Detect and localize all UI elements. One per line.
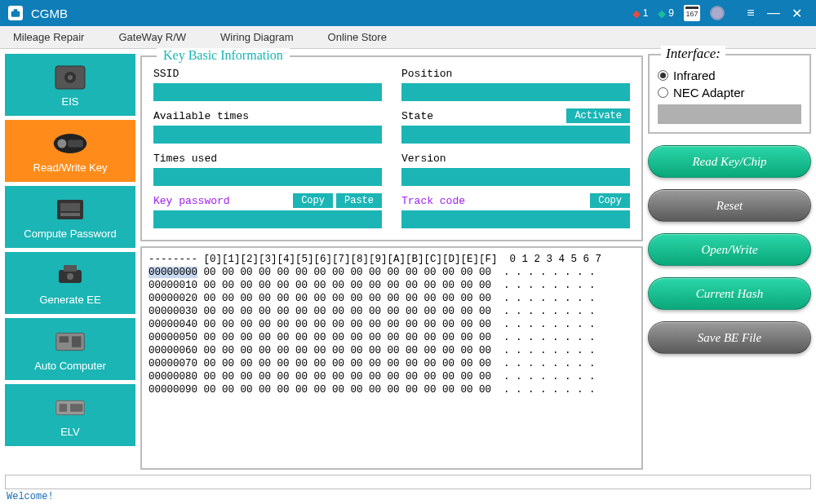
interface-title: Interface:: [661, 46, 725, 62]
sidebar-item-generate-ee[interactable]: Generate EE: [5, 252, 135, 314]
sidebar-item-read-write-key[interactable]: Read/Write Key: [5, 120, 135, 182]
key-password-label: Key password: [153, 195, 230, 207]
radio-icon: [658, 70, 668, 81]
titlebar: CGMB ◆1 ◆9 167 ≡ — ✕: [0, 0, 816, 26]
version-input[interactable]: [401, 168, 630, 186]
key-password-input[interactable]: [153, 210, 382, 228]
sidebar-item-elv[interactable]: ELV: [5, 384, 135, 446]
sidebar-item-label: Read/Write Key: [33, 161, 108, 174]
sidebar-item-auto-computer[interactable]: Auto Computer: [5, 318, 135, 380]
available-times-input[interactable]: [153, 126, 382, 144]
sidebar-item-label: Auto Computer: [34, 360, 105, 372]
medal-icon: [710, 6, 725, 20]
key-basic-info-panel: Key Basic Information SSID Position Avai…: [140, 55, 643, 241]
sidebar-item-compute-password[interactable]: Compute Password: [5, 186, 135, 248]
read-key-chip-button[interactable]: Read Key/Chip: [648, 145, 811, 178]
svg-rect-12: [64, 265, 77, 272]
green-count: 9: [668, 7, 674, 19]
app-title: CGMB: [31, 7, 68, 20]
ssid-label: SSID: [153, 68, 179, 80]
state-input[interactable]: [401, 126, 630, 144]
sidebar-item-label: EIS: [62, 95, 79, 108]
footer-message: Welcome!: [0, 489, 816, 504]
svg-point-13: [67, 273, 73, 280]
state-label: State: [401, 110, 433, 122]
menu-wiring-diagram[interactable]: Wiring Diagram: [215, 28, 299, 46]
reset-button[interactable]: Reset: [648, 189, 811, 222]
svg-rect-15: [60, 336, 69, 343]
calendar-icon: 167: [684, 5, 700, 21]
copy-track-button[interactable]: Copy: [590, 193, 630, 208]
sidebar-item-label: Compute Password: [24, 228, 116, 240]
version-label: Version: [401, 153, 446, 165]
copy-password-button[interactable]: Copy: [293, 193, 333, 208]
svg-rect-10: [60, 213, 80, 216]
close-button[interactable]: ✕: [785, 2, 808, 24]
ecu-icon: [51, 327, 89, 356]
elv-icon: [51, 393, 89, 422]
activate-button[interactable]: Activate: [566, 108, 630, 123]
save-be-file-button[interactable]: Save BE File: [648, 321, 811, 354]
red-count: 1: [643, 7, 649, 19]
track-code-input[interactable]: [401, 210, 630, 228]
radio-icon: [658, 87, 668, 98]
menu-mileage-repair[interactable]: Mileage Repair: [8, 28, 89, 46]
times-used-label: Times used: [153, 153, 217, 165]
minimize-button[interactable]: —: [762, 2, 785, 24]
panel-title: Key Basic Information: [157, 48, 290, 63]
svg-rect-1: [14, 9, 18, 12]
sidebar-item-label: ELV: [60, 426, 80, 438]
svg-rect-18: [60, 404, 68, 412]
svg-rect-16: [72, 336, 82, 347]
times-used-input[interactable]: [153, 168, 382, 186]
titlebar-stats: ◆1 ◆9 167: [632, 5, 731, 21]
svg-rect-19: [70, 404, 82, 412]
status-bar: [5, 475, 811, 489]
hex-viewer[interactable]: -------- [0][1][2][3][4][5][6][7][8][9][…: [140, 246, 643, 470]
svg-point-6: [57, 139, 66, 148]
current-hash-button[interactable]: Current Hash: [648, 277, 811, 310]
sidebar-item-eis[interactable]: EIS: [5, 54, 135, 116]
open-write-button[interactable]: Open/Write: [648, 233, 811, 266]
svg-rect-7: [68, 139, 82, 147]
interface-panel: Interface: Infrared NEC Adapter: [648, 54, 811, 134]
menu-online-store[interactable]: Online Store: [323, 28, 392, 46]
menu-gateway-rw[interactable]: GateWay R/W: [113, 28, 191, 46]
menu-button[interactable]: ≡: [739, 2, 762, 24]
interface-value-display: [658, 104, 801, 124]
position-input[interactable]: [401, 83, 630, 101]
diamond-red-icon: ◆: [632, 7, 641, 20]
radio-nec-adapter[interactable]: NEC Adapter: [658, 86, 801, 99]
svg-rect-9: [60, 203, 80, 211]
ssid-input[interactable]: [153, 83, 382, 101]
radio-infrared[interactable]: Infrared: [658, 69, 801, 82]
track-code-label: Track code: [401, 195, 465, 207]
svg-point-4: [68, 75, 73, 80]
printer-icon: [51, 261, 89, 290]
app-icon: [8, 6, 23, 20]
eis-icon: [51, 63, 89, 92]
position-label: Position: [401, 68, 452, 80]
diamond-green-icon: ◆: [658, 7, 666, 20]
key-icon: [51, 129, 89, 158]
available-times-label: Available times: [153, 110, 249, 122]
paste-password-button[interactable]: Paste: [336, 193, 382, 208]
password-icon: [51, 195, 89, 224]
sidebar-item-label: Generate EE: [39, 294, 100, 306]
sidebar: EIS Read/Write Key Compute Password Gene…: [5, 54, 135, 470]
